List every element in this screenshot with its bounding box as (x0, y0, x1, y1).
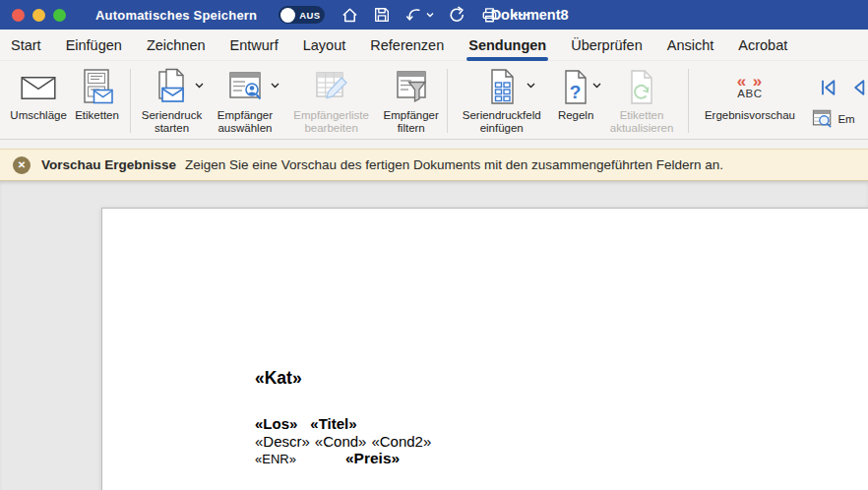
autosave-label: Automatisches Speichern (95, 8, 257, 23)
previous-record-icon[interactable] (847, 78, 867, 97)
umschlaege-button[interactable]: Umschläge (8, 66, 69, 136)
chevron-down-icon (426, 12, 434, 18)
ribbon-tabbar: Start Einfügen Zeichnen Entwurf Layout R… (0, 30, 868, 61)
svg-text:?: ? (570, 82, 582, 102)
traffic-lights (12, 9, 66, 22)
empfaengerliste-bearbeiten-button: Empfängerliste bearbeiten (282, 66, 381, 136)
first-record-icon[interactable] (818, 78, 837, 97)
ribbon-group-divider (688, 69, 689, 133)
chevron-down-icon (195, 83, 204, 89)
preview-results-message-bar: ✕ Vorschau Ergebnisse Zeigen Sie eine Vo… (0, 149, 868, 181)
redo-icon[interactable] (448, 6, 466, 25)
toggle-thumb (280, 8, 295, 23)
close-window-button[interactable] (12, 9, 25, 22)
tab-einfuegen[interactable]: Einfügen (66, 37, 122, 53)
ribbon-bottom-strip (0, 140, 868, 149)
tab-ansicht[interactable]: Ansicht (667, 37, 714, 53)
ribbon-group-divider (130, 69, 131, 133)
tab-zeichnen[interactable]: Zeichnen (147, 37, 206, 53)
notification-title: Vorschau Ergebnisse (41, 157, 176, 172)
preview-results-icon: « » ABC (737, 75, 764, 100)
titlebar: Automatisches Speichern AUS (0, 0, 868, 30)
home-icon[interactable] (341, 6, 359, 25)
insert-merge-field-icon (484, 68, 520, 107)
merge-row-los-titel: «Los»«Titel» (255, 415, 431, 433)
rules-icon: ? (559, 68, 592, 107)
autosave-toggle[interactable]: AUS (279, 6, 325, 24)
edit-recipient-list-icon (311, 69, 352, 106)
preview-off-icon: ✕ (13, 156, 31, 174)
record-navigation: Em (812, 66, 868, 136)
regeln-button[interactable]: ? Regeln (551, 66, 601, 136)
tab-referenzen[interactable]: Referenzen (370, 37, 444, 53)
merge-field-enr[interactable]: «ENR» (255, 451, 345, 468)
document-page[interactable]: «Kat» «Los»«Titel» «Descr»«Cond»«Cond2» … (101, 208, 868, 490)
autosave-state: AUS (299, 10, 320, 21)
document-title: Dokument8 (491, 7, 569, 23)
tab-ueberpruefen[interactable]: Überprüfen (571, 37, 643, 53)
notification-message: Zeigen Sie eine Vorschau des fertigen Do… (185, 157, 723, 172)
tab-layout[interactable]: Layout (303, 37, 346, 53)
merge-row-descr: «Descr»«Cond»«Cond2» (255, 433, 431, 451)
minimize-window-button[interactable] (32, 9, 45, 22)
ergebnisvorschau-button[interactable]: « » ABC Ergebnisvorschau (693, 66, 806, 136)
tab-start[interactable]: Start (11, 37, 41, 53)
etiketten-aktualisieren-button: Etiketten aktualisieren (601, 66, 683, 136)
zoom-window-button[interactable] (53, 9, 66, 22)
start-mail-merge-icon (151, 68, 192, 107)
merge-field-cond2[interactable]: «Cond2» (371, 433, 431, 450)
update-labels-icon (625, 68, 658, 107)
filter-recipients-icon (392, 69, 431, 106)
merge-row-enr-preis: «ENR»«Preis» (255, 450, 431, 468)
envelope-icon (20, 74, 57, 101)
ribbon-group-divider (447, 69, 448, 133)
chevron-down-icon (527, 83, 535, 89)
chevron-down-icon (592, 83, 601, 89)
tab-sendungen[interactable]: Sendungen (468, 37, 546, 53)
undo-icon[interactable] (404, 6, 434, 25)
merge-field-los[interactable]: «Los» (255, 415, 297, 432)
word-window: Automatisches Speichern AUS (0, 0, 868, 490)
empfaenger-auswaehlen-button[interactable]: Empfänger auswählen (208, 66, 281, 136)
merge-field-titel[interactable]: «Titel» (310, 415, 356, 432)
find-recipient-icon (812, 109, 834, 128)
chevron-down-icon (271, 83, 279, 89)
save-icon[interactable] (373, 6, 391, 24)
merge-field-descr[interactable]: «Descr» (255, 433, 310, 450)
ribbon-sendungen: Umschläge Etiketten Seriendruck starten (0, 61, 868, 140)
empfaenger-filtern-button[interactable]: Empfänger filtern (381, 66, 442, 136)
etiketten-button[interactable]: Etiketten (69, 66, 125, 136)
document-area: «Kat» «Los»«Titel» «Descr»«Cond»«Cond2» … (0, 181, 868, 490)
tab-entwurf[interactable]: Entwurf (230, 37, 279, 53)
tab-acrobat[interactable]: Acrobat (738, 37, 787, 53)
empfaenger-suchen-button[interactable]: Em (812, 109, 868, 128)
merge-field-kat[interactable]: «Kat» (255, 368, 431, 389)
merge-fields-block: «Kat» «Los»«Titel» «Descr»«Cond»«Cond2» … (255, 368, 431, 468)
seriendruckfeld-einfuegen-button[interactable]: Seriendruckfeld einfügen (453, 66, 551, 136)
merge-field-cond[interactable]: «Cond» (315, 433, 367, 450)
merge-field-preis[interactable]: «Preis» (345, 450, 400, 466)
seriendruck-starten-button[interactable]: Seriendruck starten (136, 66, 209, 136)
labels-icon (78, 68, 117, 107)
select-recipients-icon (225, 69, 265, 106)
